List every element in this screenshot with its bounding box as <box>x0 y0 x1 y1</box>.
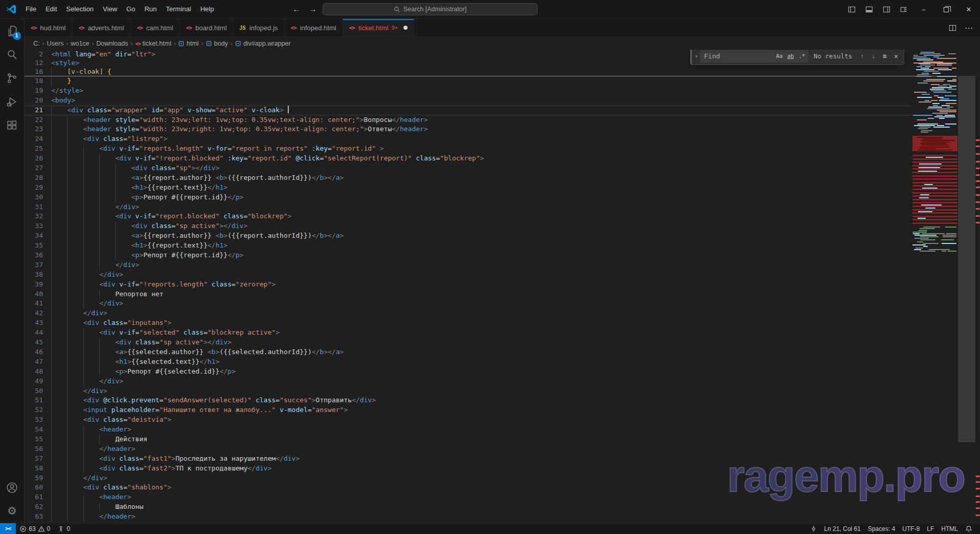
whole-word-icon[interactable]: ab <box>785 51 796 61</box>
close-button[interactable]: ✕ <box>957 0 980 19</box>
back-button[interactable]: ← <box>291 4 302 15</box>
ports-indicator[interactable]: 0 <box>54 523 74 534</box>
code-line[interactable]: 26<div v-if="!report.blocked" :key="repo… <box>25 154 912 163</box>
tab-infoped.js[interactable]: JSinfoped.js <box>233 19 285 36</box>
breadcrumb-item-ticket-html[interactable]: <>ticket.html <box>135 40 171 47</box>
code-line[interactable]: 49</div> <box>25 377 912 386</box>
menu-item-go[interactable]: Go <box>122 3 140 16</box>
code-line[interactable]: 48<p>Репорт #{{selected.id}}</p> <box>25 367 912 377</box>
breadcrumb-item-div-app-wrapper[interactable]: div#app.wrapper <box>235 40 290 47</box>
find-in-selection-icon[interactable]: ≡ <box>879 51 890 62</box>
code-line[interactable]: 36<p>Репорт #{{report.id}}</p> <box>25 251 912 260</box>
tunnel-indicator[interactable] <box>806 523 821 534</box>
code-line[interactable]: 34<a>{{report.author}} <b>({{report.auth… <box>25 231 912 241</box>
code-line[interactable]: 41</div> <box>25 299 912 309</box>
menu-item-selection[interactable]: Selection <box>61 3 98 16</box>
breadcrumb-item-body[interactable]: body <box>206 40 228 47</box>
code-line[interactable]: 44<div v-if="selected" class="blockrep a… <box>25 328 912 338</box>
menu-item-run[interactable]: Run <box>140 3 161 16</box>
minimize-button[interactable]: – <box>912 0 935 19</box>
sidebar-item-search[interactable] <box>0 43 25 66</box>
code-editor[interactable]: 2<html lang="en" dir="ltr">12<style>16[v… <box>25 50 980 523</box>
code-line[interactable]: 50</div> <box>25 386 912 396</box>
restore-button[interactable] <box>935 0 957 19</box>
match-case-icon[interactable]: Aa <box>774 51 784 61</box>
code-line[interactable]: 55Действия <box>25 435 912 444</box>
code-line[interactable]: 27<div class="sp"></div> <box>25 163 912 173</box>
code-line[interactable]: 54<header> <box>25 425 912 435</box>
find-close-icon[interactable]: ✕ <box>890 51 902 62</box>
sidebar-item-source-control[interactable] <box>0 66 25 90</box>
tab-cam.html[interactable]: <>cam.html <box>131 19 180 36</box>
tab-infoped.html[interactable]: <>infoped.html <box>285 19 343 36</box>
code-line[interactable]: 42</div> <box>25 309 912 318</box>
find-input[interactable]: Find Aa ab .* <box>700 50 808 63</box>
cursor-position[interactable]: Ln 21, Col 61 <box>821 523 864 534</box>
code-line[interactable]: 21<div class="wrapper" id="app" v-show="… <box>25 106 912 115</box>
code-line[interactable]: 37</div> <box>25 260 912 270</box>
regex-icon[interactable]: .* <box>797 51 807 61</box>
code-line[interactable]: 30<p>Репорт #{{report.id}}</p> <box>25 193 912 202</box>
code-line[interactable]: 19</style> <box>25 86 912 96</box>
breadcrumb-item-downloads[interactable]: Downloads <box>96 40 128 47</box>
code-line[interactable]: 52<input placeholder="Напишите ответ на … <box>25 405 912 415</box>
code-line[interactable]: 35<h1>{{report.text}}</h1> <box>25 241 912 251</box>
command-center-search[interactable]: Search [Administrator] <box>323 3 538 15</box>
tab-ticket.html[interactable]: <>ticket.html9+ <box>343 19 414 36</box>
menu-item-edit[interactable]: Edit <box>41 3 61 16</box>
scrollbar-slider[interactable] <box>958 76 975 442</box>
code-line[interactable]: 31</div> <box>25 202 912 212</box>
sidebar-item-explorer[interactable]: 1 <box>0 19 25 43</box>
code-line[interactable]: 63</header> <box>25 512 912 522</box>
code-line[interactable]: 40Репортов нет <box>25 290 912 299</box>
encoding[interactable]: UTF-8 <box>899 523 923 534</box>
breadcrumb-item-wo1ce[interactable]: wo1ce <box>71 40 89 47</box>
toggle-primary-sidebar-icon[interactable] <box>843 0 860 19</box>
code-line[interactable]: 46<a>{{selected.author}} <b>({{selected.… <box>25 347 912 357</box>
indentation[interactable]: Spaces: 4 <box>864 523 899 534</box>
eol[interactable]: LF <box>923 523 938 534</box>
code-line[interactable]: 47<h1>{{selected.text}}</h1> <box>25 357 912 367</box>
split-editor-icon[interactable] <box>945 20 960 35</box>
code-line[interactable]: 29<h1>{{report.text}}</h1> <box>25 183 912 193</box>
code-line[interactable]: 16[v-cloak] { <box>25 67 912 76</box>
account-button[interactable] <box>0 476 25 499</box>
modified-dot-icon[interactable] <box>403 26 408 30</box>
code-line[interactable]: 20<body> <box>25 96 912 106</box>
code-line[interactable]: 23<header style="width: 23vw;right: 1vw;… <box>25 125 912 134</box>
code-line[interactable]: 39<div v-if="!reports.length" class="zer… <box>25 280 912 290</box>
sidebar-item-extensions[interactable] <box>0 113 25 137</box>
code-line[interactable]: 43<div class="inputans"> <box>25 318 912 328</box>
remote-indicator[interactable]: >< <box>0 523 16 534</box>
code-line[interactable]: 51<div @click.prevent="sendAnswer(select… <box>25 396 912 405</box>
code-line[interactable]: 24<div class="listrep"> <box>25 134 912 144</box>
settings-button[interactable]: ⚙ <box>0 499 25 523</box>
language-mode[interactable]: HTML <box>938 523 962 534</box>
breadcrumb-item-html[interactable]: html <box>178 40 199 47</box>
menu-item-terminal[interactable]: Terminal <box>161 3 196 16</box>
breadcrumb-item-users[interactable]: Users <box>47 40 64 47</box>
code-line[interactable]: 28<a>{{report.author}} <b>({{report.auth… <box>25 173 912 183</box>
code-line[interactable]: 32<div v-if="report.blocked" class="bloc… <box>25 212 912 221</box>
code-line[interactable]: 25<div v-if="reports.length" v-for="repo… <box>25 144 912 154</box>
tab-board.html[interactable]: <>board.html <box>180 19 233 36</box>
code-line[interactable]: 38</div> <box>25 270 912 280</box>
code-line[interactable]: 45<div class="sp active"></div> <box>25 338 912 347</box>
code-line[interactable]: 33<div class="sp active"></div> <box>25 221 912 231</box>
tab-hud.html[interactable]: <>hud.html <box>25 19 72 36</box>
breadcrumb-item-c-[interactable]: C: <box>33 40 40 47</box>
menu-item-view[interactable]: View <box>98 3 122 16</box>
toggle-secondary-sidebar-icon[interactable] <box>878 0 895 19</box>
notifications[interactable] <box>962 523 976 534</box>
toggle-panel-icon[interactable] <box>860 0 878 19</box>
menu-item-file[interactable]: File <box>21 3 41 16</box>
customize-layout-icon[interactable] <box>895 0 912 19</box>
menu-item-help[interactable]: Help <box>196 3 219 16</box>
toggle-replace-icon[interactable]: › <box>693 53 700 59</box>
find-previous-icon[interactable]: ↑ <box>857 51 868 62</box>
find-next-icon[interactable]: ↓ <box>868 51 879 62</box>
code-line[interactable]: 53<div class="deistvia"> <box>25 415 912 425</box>
forward-button[interactable]: → <box>307 4 318 15</box>
problems-indicator[interactable]: 63 0 <box>16 523 54 534</box>
sidebar-item-run-debug[interactable] <box>0 90 25 113</box>
